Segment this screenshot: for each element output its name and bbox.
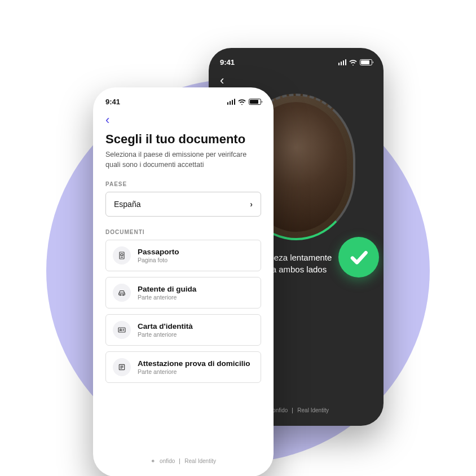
battery-icon	[249, 99, 261, 105]
doc-subtitle: Parte anteriore	[138, 331, 193, 338]
country-label: PAESE	[105, 181, 261, 187]
doc-subtitle: Pagina foto	[138, 257, 179, 263]
signal-icon	[227, 99, 236, 105]
brand-name: onfido	[160, 458, 175, 464]
status-time: 9:41	[105, 98, 120, 106]
phone-document-select: 9:41 ‹ Scegli il tuo documento Seleziona…	[93, 87, 274, 476]
footer-brand: ✦ onfido Real Identity	[93, 458, 274, 464]
documents-label: DOCUMENTI	[105, 229, 261, 235]
chevron-right-icon: ›	[250, 200, 253, 209]
success-check-badge	[338, 237, 379, 277]
back-button[interactable]: ‹	[220, 73, 372, 88]
checkmark-icon	[348, 246, 369, 268]
brand-suffix: Real Identity	[184, 458, 216, 464]
brand-suffix: Real Identity	[297, 407, 329, 413]
doc-option-passport[interactable]: Passaporto Pagina foto	[105, 240, 261, 271]
battery-icon	[360, 59, 372, 65]
id-card-icon	[113, 321, 131, 339]
back-button[interactable]: ‹	[105, 113, 261, 127]
doc-option-residence-proof[interactable]: Attestazione prova di domicilio Parte an…	[105, 351, 261, 383]
doc-title: Attestazione prova di domicilio	[138, 359, 250, 368]
status-bar: 9:41	[220, 58, 372, 67]
signal-icon	[338, 59, 347, 65]
status-bar: 9:41	[105, 98, 261, 106]
page-title: Scegli il tuo documento	[105, 132, 261, 147]
doc-subtitle: Parte anteriore	[138, 294, 196, 301]
onfido-logo-icon: ✦	[151, 458, 155, 464]
svg-rect-0	[120, 252, 124, 259]
page-subtitle: Seleziona il paese di emissione per veir…	[105, 150, 261, 170]
country-select[interactable]: España ›	[105, 192, 261, 217]
doc-title: Carta d'identità	[138, 322, 193, 330]
svg-rect-6	[118, 328, 125, 332]
svg-point-1	[121, 254, 123, 256]
status-icons	[227, 99, 262, 105]
brand-name: onfido	[272, 407, 288, 413]
doc-subtitle: Parte anteriore	[138, 368, 250, 375]
passport-icon	[113, 246, 131, 265]
doc-title: Passaporto	[138, 248, 179, 256]
doc-option-license[interactable]: Patente di guida Parte anteriore	[105, 277, 261, 308]
doc-option-id-card[interactable]: Carta d'identità Parte anteriore	[105, 314, 261, 346]
status-icons	[338, 59, 373, 65]
wifi-icon	[238, 99, 246, 105]
home-doc-icon	[113, 358, 131, 376]
instruction-line-2: cia ambos lados	[266, 265, 327, 274]
doc-title: Patente di guida	[138, 285, 196, 293]
wifi-icon	[349, 60, 357, 65]
country-value: España	[114, 200, 140, 209]
car-icon	[113, 284, 131, 302]
status-time: 9:41	[220, 58, 235, 67]
